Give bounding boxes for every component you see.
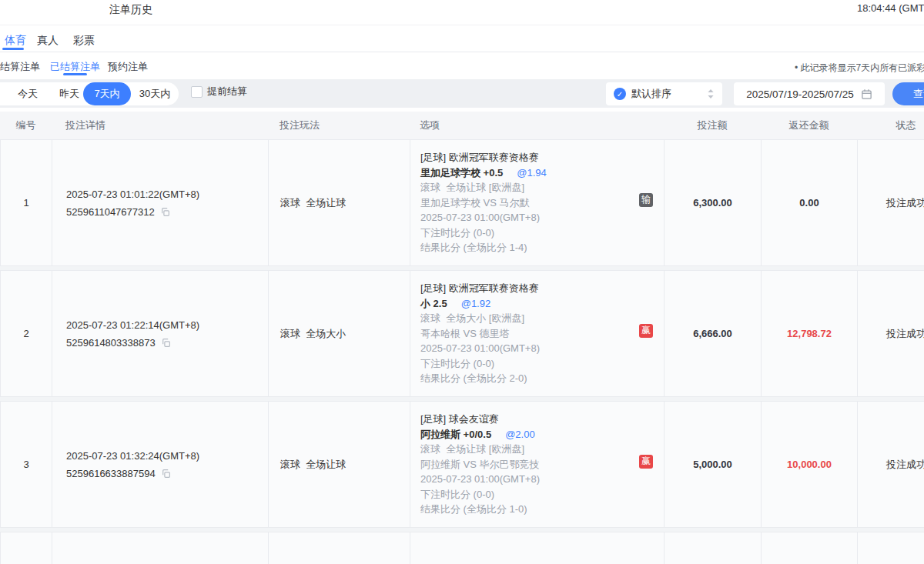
filter-bar: 今天 昨天 7天内 30天内 提前结算 ✓ 默认排序 2025/07/19-20…	[0, 79, 924, 108]
league-name: [足球] 欧洲冠军联赛资格赛	[420, 150, 664, 165]
filter-yesterday[interactable]: 昨天	[55, 82, 83, 105]
divider	[0, 25, 924, 25]
bet-id: 5259614803338873	[66, 334, 156, 352]
subtab-reserved[interactable]: 预约注单	[108, 60, 148, 74]
market-info: 滚球 全场让球 [欧洲盘]	[420, 442, 664, 457]
col-header-stake: 投注额	[664, 118, 761, 132]
bet-status: 投注成功	[858, 402, 924, 527]
bet-play-type: 滚球 全场让球	[269, 402, 410, 527]
subtab-unsettled[interactable]: 未结算注单	[0, 60, 40, 74]
tab-lottery[interactable]: 彩票	[73, 34, 95, 48]
bet-options-cell: [足球] 欧洲冠军联赛资格赛 里加足球学校 +0.5 @1.94 滚球 全场让球…	[410, 140, 665, 265]
search-button[interactable]: 查询	[892, 82, 924, 105]
date-range-picker[interactable]: 2025/07/19-2025/07/25	[734, 82, 885, 105]
bet-options-cell: [足球] 欧洲冠军联赛资格赛 小 2.5 @1.92 滚球 全场大小 [欧洲盘]…	[410, 271, 665, 396]
bet-play-type: 滚球 全场大小	[269, 271, 410, 396]
sort-selected-value: 默认排序	[631, 87, 671, 101]
divider	[0, 52, 924, 52]
league-name: [足球] 球会友谊赛	[420, 412, 664, 427]
bet-detail-cell	[52, 532, 269, 564]
early-settle-option[interactable]: 提前结算	[191, 85, 247, 98]
bet-detail-cell: 2025-07-23 01:32:24(GMT+8) 5259616633887…	[52, 402, 269, 527]
bet-status: 投注成功	[858, 271, 924, 396]
match-teams: 里加足球学校 VS 马尔默	[420, 195, 664, 211]
stake-amount: 6,300.00	[665, 140, 762, 265]
subtab-settled[interactable]: 已结算注单	[50, 60, 100, 74]
bet-options-cell: [足球] 非洲女子国家杯(在摩洛哥)	[410, 532, 665, 564]
early-settle-label: 提前结算	[207, 85, 247, 98]
payout-amount: 0.00	[762, 140, 858, 265]
tab-sports[interactable]: 体育	[5, 34, 26, 48]
bet-play-type	[269, 532, 410, 564]
bet-play-type: 滚球 全场让球	[269, 140, 410, 265]
table-header: 编号 投注详情 投注玩法 选项 投注额 返还金额 状态	[0, 112, 924, 139]
filter-30days[interactable]: 30天内	[131, 82, 179, 105]
row-number	[1, 532, 52, 564]
score-result: 结果比分 (全场比分 1-4)	[420, 240, 664, 255]
league-name: [足球] 欧洲冠军联赛资格赛	[420, 281, 664, 296]
odds-value: @1.94	[517, 165, 547, 181]
odds-value: @2.00	[505, 427, 535, 442]
match-time: 2025-07-23 01:00(GMT+8)	[420, 210, 664, 225]
bet-time: 2025-07-23 01:22:14(GMT+8)	[66, 316, 268, 334]
score-at-bet: 下注时比分 (0-0)	[420, 487, 664, 502]
table-body: 1 2025-07-23 01:01:22(GMT+8) 52596110476…	[0, 139, 924, 564]
payout-amount	[762, 532, 858, 564]
bet-status: 投注成功	[858, 140, 924, 265]
odds-value: @1.92	[461, 296, 491, 312]
col-header-no: 编号	[0, 118, 52, 132]
col-header-options: 选项	[410, 118, 664, 132]
bet-time: 2025-07-23 01:32:24(GMT+8)	[66, 447, 268, 465]
pick-selection: 小 2.5	[420, 296, 447, 312]
stake-amount	[665, 532, 762, 564]
row-number: 2	[1, 271, 52, 396]
copy-icon[interactable]	[160, 207, 170, 217]
sort-dropdown[interactable]: ✓ 默认排序	[606, 82, 722, 105]
row-number: 1	[1, 140, 52, 265]
col-header-play: 投注玩法	[268, 118, 410, 132]
score-at-bet: 下注时比分 (0-0)	[420, 225, 664, 241]
page-title: 注单历史	[109, 3, 152, 17]
pick-selection: 阿拉维斯 +0/0.5	[420, 427, 491, 442]
table-row: [足球] 非洲女子国家杯(在摩洛哥)	[0, 532, 924, 564]
match-time: 2025-07-23 01:00(GMT+8)	[420, 472, 664, 487]
bet-status	[858, 532, 924, 564]
bet-detail-cell: 2025-07-23 01:22:14(GMT+8) 5259614803338…	[52, 271, 269, 396]
tab-live[interactable]: 真人	[37, 34, 59, 48]
copy-icon[interactable]	[161, 338, 171, 348]
market-info: 滚球 全场大小 [欧洲盘]	[420, 311, 664, 326]
match-teams: 阿拉维斯 VS 毕尔巴鄂竞技	[420, 457, 664, 472]
bet-detail-cell: 2025-07-23 01:01:22(GMT+8) 5259611047677…	[52, 140, 269, 265]
col-header-detail: 投注详情	[52, 118, 268, 132]
active-subtab-underline	[63, 73, 87, 75]
col-header-payout: 返还金额	[761, 118, 857, 132]
bet-options-cell: [足球] 球会友谊赛 阿拉维斯 +0/0.5 @2.00 滚球 全场让球 [欧洲…	[410, 402, 665, 527]
filter-7days[interactable]: 7天内	[83, 82, 131, 105]
match-teams: 哥本哈根 VS 德里塔	[420, 326, 664, 342]
outcome-badge: 赢	[639, 455, 653, 469]
date-quick-filter-group: 今天 昨天 7天内 30天内	[0, 82, 179, 105]
table-row: 2 2025-07-23 01:22:14(GMT+8) 52596148033…	[0, 270, 924, 397]
outcome-badge: 赢	[639, 324, 653, 338]
payout-amount: 10,000.00	[762, 402, 858, 527]
copy-icon[interactable]	[161, 469, 171, 479]
early-settle-checkbox[interactable]	[191, 86, 203, 98]
server-clock: 18:04:44 (GMT+8	[857, 2, 924, 14]
score-result: 结果比分 (全场比分 1-0)	[420, 502, 664, 517]
filter-today[interactable]: 今天	[0, 82, 55, 105]
bet-time: 2025-07-23 01:01:22(GMT+8)	[66, 185, 268, 203]
stake-amount: 6,666.00	[665, 271, 762, 396]
match-time: 2025-07-23 01:00(GMT+8)	[420, 341, 664, 356]
active-tab-underline	[2, 48, 24, 50]
sort-arrows-icon	[707, 88, 715, 99]
pick-selection: 里加足球学校 +0.5	[420, 165, 503, 181]
market-info: 滚球 全场让球 [欧洲盘]	[420, 180, 664, 195]
date-range-value: 2025/07/19-2025/07/25	[746, 88, 854, 100]
bet-id: 5259616633887594	[66, 465, 156, 482]
col-header-status: 状态	[857, 118, 924, 132]
records-notice: • 此记录将显示7天内所有已派彩的	[795, 62, 924, 75]
check-circle-icon: ✓	[614, 88, 626, 100]
table-row: 3 2025-07-23 01:32:24(GMT+8) 52596166338…	[0, 401, 924, 528]
stake-amount: 5,000.00	[665, 402, 762, 527]
payout-amount: 12,798.72	[762, 271, 858, 396]
